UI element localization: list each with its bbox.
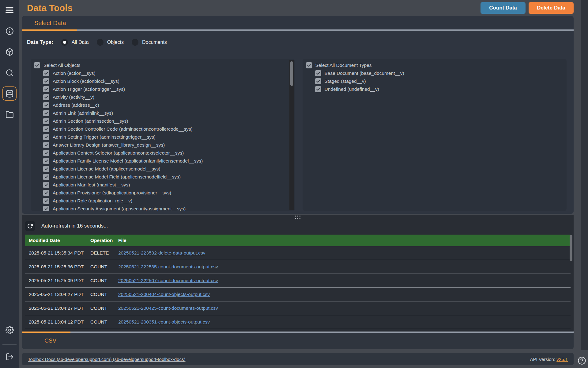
help-button[interactable] (578, 356, 586, 365)
object-type-row[interactable]: Application Provisioner (sdkapplicationp… (31, 189, 295, 197)
object-type-label: Address (address__c) (53, 102, 99, 108)
objects-list: Action (action__sys) Action Block (actio… (31, 69, 295, 211)
object-type-row[interactable]: Admin Link (adminlink__sys) (31, 109, 295, 117)
folder-icon (6, 110, 14, 119)
object-type-row[interactable]: Application Security Assignment (appsecu… (31, 205, 295, 211)
object-type-row[interactable]: Application Manifest (manifest__sys) (31, 181, 295, 189)
object-type-label: Admin Section (adminsection__sys) (53, 118, 128, 124)
object-type-row[interactable]: Admin Setting Trigger (adminsettingtrigg… (31, 133, 295, 141)
refresh-icon (27, 223, 33, 229)
drag-dots-icon (295, 216, 300, 219)
table-row: 2025-05-21 13:04:27 PDT COUNT 20250521-2… (25, 288, 571, 301)
data-type-radio-option[interactable]: Documents (132, 39, 167, 46)
objects-panel-scrollbar[interactable] (289, 60, 294, 210)
objects-panel-scrollbar-thumb[interactable] (290, 61, 293, 86)
document-type-row[interactable]: Base Document (base_document__v) (303, 69, 567, 77)
select-all-document-types-row[interactable]: Select All Document Types (303, 61, 567, 69)
table-row: 2025-05-21 13:04:12 PDT COUNT 20250521-2… (25, 315, 571, 329)
results-scrollbar-thumb[interactable] (570, 235, 572, 261)
object-type-row[interactable]: Admin Section Controller Code (adminsect… (31, 125, 295, 133)
sidebar-item-search[interactable] (2, 66, 17, 80)
data-type-row: Data Type: All Data Objects D (22, 31, 574, 54)
radio-option-label: Documents (142, 40, 167, 45)
data-type-radio-option[interactable]: All Data (61, 39, 89, 46)
cell-operation: COUNT (87, 264, 115, 270)
checkbox-checked-icon (43, 142, 49, 148)
checkbox-checked-icon (315, 86, 321, 92)
api-version-link[interactable]: v25.1 (556, 357, 568, 362)
checkbox-checked-icon (43, 110, 49, 116)
table-row: 2025-05-21 13:04:27 PDT COUNT 20250521-2… (25, 301, 571, 315)
object-type-label: Application Manifest (manifest__sys) (53, 182, 130, 188)
document-type-row[interactable]: Undefined (undefined__v) (303, 85, 567, 93)
document-type-label: Undefined (undefined__v) (325, 86, 379, 92)
file-link[interactable]: 20250521-223532-delete-data-output.csv (118, 250, 205, 255)
data-type-radio-option[interactable]: Objects (97, 39, 124, 46)
package-icon (6, 48, 14, 56)
refresh-button[interactable] (25, 221, 35, 231)
document-type-row[interactable]: Staged (staged__v) (303, 77, 567, 85)
checkbox-checked-icon (43, 134, 49, 140)
tab-select-data[interactable]: Select Data (34, 20, 66, 27)
sidebar-item-data-tools[interactable] (2, 86, 17, 101)
object-type-row[interactable]: Action Block (actionblock__sys) (31, 77, 295, 85)
column-header-file: File (115, 238, 571, 243)
column-header-modified-date: Modified Date (25, 238, 87, 243)
cell-modified-date: 2025-05-21 13:04:27 PDT (25, 305, 87, 311)
object-type-row[interactable]: Application Family License Model (applic… (31, 157, 295, 165)
object-type-label: Activity (activity__v) (53, 94, 94, 100)
object-type-label: Application Context Selector (applicatio… (53, 150, 184, 156)
radio-option-label: Objects (107, 40, 124, 45)
menu-button[interactable] (2, 3, 17, 17)
documents-panel: Select All Document Types Base Document … (303, 59, 567, 211)
search-icon (6, 69, 14, 77)
page-scrollbar-gutter[interactable] (581, 0, 588, 350)
checkbox-checked-icon (43, 118, 49, 124)
object-type-label: Admin Section Controller Code (adminsect… (53, 126, 193, 132)
tab-csv[interactable]: CSV (44, 337, 56, 344)
file-link[interactable]: 20250521-200351-count-objects-output.csv (118, 319, 210, 324)
gear-icon (6, 326, 14, 334)
sidebar-item-settings[interactable] (2, 323, 17, 337)
sidebar-item-info[interactable] (2, 24, 17, 38)
file-link[interactable]: 20250521-222535-count-documents-output.c… (118, 264, 218, 269)
object-type-label: Application Family License Model (applic… (53, 158, 203, 164)
panel-resize-handle[interactable] (22, 215, 574, 220)
select-data-tabbar: Select Data (22, 16, 574, 31)
logout-button[interactable] (2, 350, 17, 364)
file-link[interactable]: 20250521-200404-count-objects-output.csv (118, 292, 210, 297)
object-type-row[interactable]: Application License Model (applicensemod… (31, 165, 295, 173)
main-content: Data Tools Count Data Delete Data Select… (19, 0, 588, 368)
results-table-header: Modified Date Operation File (25, 235, 571, 246)
checkbox-checked-icon (43, 78, 49, 84)
file-link[interactable]: 20250521-222507-count-documents-output.c… (118, 278, 218, 283)
object-type-row[interactable]: Address (address__c) (31, 101, 295, 109)
count-data-button[interactable]: Count Data (481, 2, 526, 14)
sidebar-item-files[interactable] (2, 107, 17, 121)
checkbox-checked-icon (43, 206, 49, 211)
object-type-row[interactable]: Action Trigger (actiontrigger__sys) (31, 85, 295, 93)
object-type-row[interactable]: Answer Library Design (answer_library_de… (31, 141, 295, 149)
cell-operation: COUNT (87, 278, 115, 283)
checkbox-checked-icon (34, 62, 40, 68)
results-table: Modified Date Operation File 2025-05-21 … (25, 235, 571, 332)
select-all-objects-row[interactable]: Select All Objects (31, 61, 295, 69)
object-type-row[interactable]: Activity (activity__v) (31, 93, 295, 101)
object-type-row[interactable]: Action (action__sys) (31, 69, 295, 77)
object-type-row[interactable]: Application Context Selector (applicatio… (31, 149, 295, 157)
page-header: Data Tools Count Data Delete Data (22, 0, 574, 16)
file-link[interactable]: 20250521-200425-count-documents-output.c… (118, 305, 218, 311)
cell-modified-date: 2025-05-21 15:25:36 PDT (25, 264, 87, 270)
object-type-row[interactable]: Application Role (application_role__v) (31, 197, 295, 205)
toolbox-docs-link[interactable]: Toolbox Docs (sb-developersupport.com) (… (28, 357, 185, 362)
object-type-label: Application Security Assignment (appsecu… (53, 206, 186, 211)
delete-data-button[interactable]: Delete Data (529, 2, 574, 14)
sidebar-divider (2, 344, 17, 345)
hamburger-menu-icon (5, 6, 14, 15)
object-type-label: Admin Setting Trigger (adminsettingtrigg… (53, 134, 156, 140)
object-type-row[interactable]: Admin Section (adminsection__sys) (31, 117, 295, 125)
sidebar-item-components[interactable] (2, 45, 17, 59)
csv-tab-indicator-active (22, 332, 70, 333)
results-section: Auto-refresh in 16 seconds... Modified D… (22, 215, 574, 332)
object-type-row[interactable]: Application License Model Field (applice… (31, 173, 295, 181)
